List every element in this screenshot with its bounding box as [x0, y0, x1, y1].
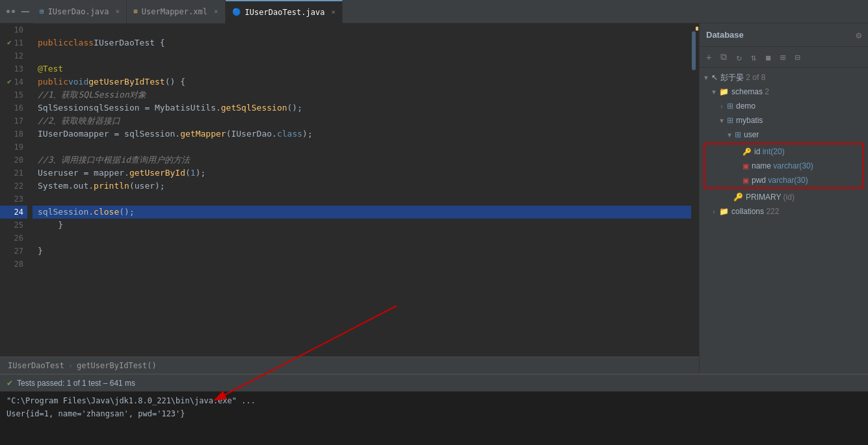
database-panel: Database ⚙ + ⧉ ↻ ⇅ ◼ ⊞ ⊟ ▼ ↖ 彭于晏 2 of 8 … [699, 23, 868, 373]
expand-arrow-user: ▼ [726, 131, 733, 139]
code-line-26 [33, 232, 691, 245]
expand-arrow: ▼ [702, 74, 710, 81]
tree-label-schemas: schemas 2 [731, 87, 769, 96]
code-line-20: //3、调用接口中根据id查询用户的方法 [33, 154, 691, 167]
window-controls [3, 10, 33, 13]
scrollbar-track[interactable] [691, 23, 699, 357]
tree-item-id[interactable]: 🔑 id int(20) [705, 144, 863, 159]
tree-label-demo: demo [736, 101, 756, 111]
line-number-19: 19 [0, 141, 27, 154]
line-number-18: 18 [0, 128, 27, 141]
code-line-28 [33, 258, 691, 271]
gear-icon[interactable]: ⚙ [856, 30, 861, 40]
status-check-icon: ✔ [7, 379, 13, 388]
line-number-25: 25 [0, 219, 27, 232]
line-numbers: 10✔111213✔141516171819202122232425262728 [0, 23, 33, 357]
line-number-13: 13 [0, 62, 27, 75]
tree-label-mybatis: mybatis [736, 116, 763, 125]
bottom-output: "C:\Program Files\Java\jdk1.8.0_221\bin\… [0, 392, 868, 445]
code-line-10 [33, 23, 691, 36]
tab-iuserdao[interactable]: ⊞ IUserDao.java × [33, 0, 127, 23]
line-number-24: 24 [0, 206, 27, 219]
col-icon-name: ▣ [743, 162, 749, 170]
table-view-button[interactable]: ⊞ [778, 51, 788, 64]
yellow-marker [696, 27, 698, 31]
tab-close-iuserdaotest[interactable]: × [331, 8, 335, 16]
line-number-12: 12 [0, 49, 27, 62]
tab-close-iuserdao[interactable]: × [116, 7, 120, 16]
cursor-icon: ↖ [711, 73, 718, 82]
refresh-button[interactable]: ↻ [733, 51, 744, 64]
tree-item-root[interactable]: ▼ ↖ 彭于晏 2 of 8 [700, 70, 868, 85]
db-title: Database [706, 30, 744, 40]
tree-item-pwd[interactable]: ▣ pwd varchar(30) [705, 173, 863, 187]
key-icon-primary: 🔑 [733, 193, 743, 202]
tree-item-user[interactable]: ▼ ⊞ user [700, 128, 868, 142]
line-number-14: ✔14 [0, 75, 27, 88]
code-area[interactable]: 10✔111213✔141516171819202122232425262728… [0, 23, 699, 357]
dot2 [12, 10, 15, 13]
tree-label-pwd: pwd varchar(30) [752, 176, 808, 185]
add-datasource-button[interactable]: + [704, 51, 714, 64]
line-number-22: 22 [0, 180, 27, 193]
output-line-2: User{id=1, name='zhangsan', pwd='123'} [7, 407, 861, 420]
check-icon-11: ✔ [7, 36, 12, 49]
code-line-25: } [33, 219, 691, 232]
tree-item-primary[interactable]: 🔑 PRIMARY (id) [700, 190, 868, 204]
tab-close-usermapper[interactable]: × [214, 7, 218, 16]
scroll-thumb[interactable] [692, 31, 696, 70]
line-number-17: 17 [0, 115, 27, 128]
line-number-15: 15 [0, 88, 27, 101]
schema-icon-mybatis: ⊞ [727, 116, 733, 125]
tab-usermapper[interactable]: ≡ UserMapper.xml × [127, 0, 225, 23]
breadcrumb-class: IUserDaoTest [8, 361, 64, 370]
tree-label-root: 彭于晏 2 of 8 [720, 72, 765, 83]
line-number-16: 16 [0, 101, 27, 115]
expand-arrow-demo: › [718, 103, 726, 110]
check-icon-14: ✔ [7, 75, 12, 88]
code-line-13: @Test [33, 62, 691, 75]
tree-item-demo[interactable]: › ⊞ demo [700, 99, 868, 113]
main-area: 10✔111213✔141516171819202122232425262728… [0, 23, 868, 373]
tree-label-id: id int(20) [754, 147, 785, 156]
tree-label-collations: collations 222 [731, 207, 779, 216]
code-line-19 [33, 141, 691, 154]
bottom-panel: ✔ Tests passed: 1 of 1 test – 641 ms "C:… [0, 373, 868, 445]
schema-button[interactable]: ⊟ [792, 51, 802, 64]
tree-count-schemas: 2 [765, 87, 769, 96]
code-line-21: User user = mapper.getUserById(1); [33, 167, 691, 180]
window-dots [7, 10, 15, 13]
expand-arrow-mybatis: ▼ [718, 117, 726, 124]
primary-key-col: (id) [783, 193, 795, 202]
code-line-23 [33, 193, 691, 206]
schema-icon-demo: ⊞ [727, 101, 733, 111]
copy-button[interactable]: ⧉ [718, 50, 730, 64]
type-name: varchar(30) [773, 161, 813, 170]
code-line-17: //2、获取映射器接口 [33, 115, 691, 128]
tree-item-mybatis[interactable]: ▼ ⊞ mybatis [700, 113, 868, 128]
tab-iuserdaotest[interactable]: 🔵 IUserDaoTest.java × [226, 0, 343, 23]
tree-item-collations[interactable]: › 📁 collations 222 [700, 204, 868, 219]
folder-icon-schemas: 📁 [719, 87, 729, 96]
expand-arrow-schemas: ▼ [710, 88, 718, 96]
code-line-14: public void getUserByIdTest() { [33, 75, 691, 88]
line-number-20: 20 [0, 154, 27, 167]
code-line-12 [33, 49, 691, 62]
tree-item-schemas[interactable]: ▼ 📁 schemas 2 [700, 85, 868, 99]
code-content[interactable]: public class IUserDaoTest { @Test public… [33, 23, 691, 357]
db-tree: ▼ ↖ 彭于晏 2 of 8 ▼ 📁 schemas 2 › ⊞ demo ▼ … [700, 68, 868, 373]
type-id: int(20) [763, 147, 785, 156]
stop-button[interactable]: ◼ [763, 51, 773, 64]
tree-count-collations: 222 [766, 207, 779, 216]
line-number-27: 27 [0, 245, 27, 258]
code-line-22: System.out.println(user); [33, 180, 691, 193]
code-line-24: sqlSession.close(); [33, 206, 691, 219]
bottom-status-bar: ✔ Tests passed: 1 of 1 test – 641 ms [0, 375, 868, 392]
sync-button[interactable]: ⇅ [748, 51, 759, 64]
tab-label: IUserDaoTest.java [245, 8, 325, 17]
code-line-11: public class IUserDaoTest { [33, 36, 691, 49]
minimize-icon[interactable] [21, 11, 29, 12]
dot1 [7, 10, 10, 13]
db-toolbar: + ⧉ ↻ ⇅ ◼ ⊞ ⊟ [700, 47, 868, 68]
tree-item-name[interactable]: ▣ name varchar(30) [705, 159, 863, 173]
